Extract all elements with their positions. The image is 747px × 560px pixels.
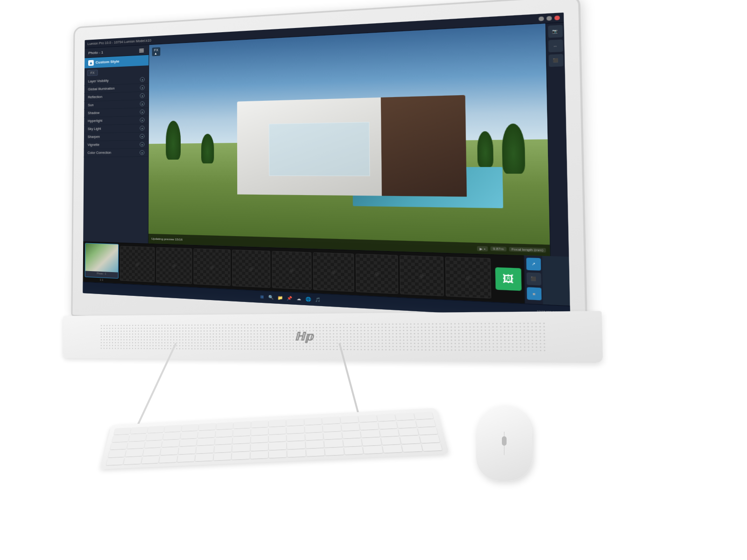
keyboard-key[interactable]: [269, 434, 286, 442]
keyboard-key[interactable]: [344, 447, 363, 455]
keyboard-key[interactable]: [162, 440, 180, 447]
keyboard-key[interactable]: [114, 427, 131, 435]
keyboard-key[interactable]: [112, 435, 130, 442]
keyboard-key[interactable]: [417, 427, 437, 435]
keyboard-key[interactable]: [213, 452, 231, 460]
keyboard-key[interactable]: [233, 428, 250, 436]
keyboard-key[interactable]: [363, 446, 383, 454]
setting-color-correction[interactable]: Color Correction ●: [84, 148, 148, 157]
mouse-scroll-wheel[interactable]: [502, 436, 507, 446]
keyboard-key[interactable]: [419, 435, 440, 443]
taskbar-search-icon[interactable]: 🔍: [268, 294, 275, 301]
keyboard-key[interactable]: [414, 412, 433, 420]
keyboard-key[interactable]: [287, 419, 304, 426]
taskbar-pin-icon[interactable]: 📌: [286, 294, 294, 302]
keyboard-key[interactable]: [304, 418, 322, 425]
keyboard-key[interactable]: [180, 431, 197, 439]
keyboard-key[interactable]: [422, 443, 442, 451]
keyboard-key[interactable]: [251, 443, 268, 451]
close-btn[interactable]: [555, 15, 560, 20]
keyboard-key[interactable]: [161, 447, 178, 455]
keyboard-key[interactable]: [214, 445, 232, 453]
keyboard-key[interactable]: [377, 414, 396, 421]
keyboard-key[interactable]: [182, 424, 199, 432]
taskbar-folder-icon[interactable]: 📁: [276, 294, 284, 301]
taskbar-cloud-icon[interactable]: ☁: [295, 295, 303, 303]
keyboard-key[interactable]: [126, 449, 143, 457]
keyboard-key[interactable]: [269, 450, 287, 458]
keyboard-key[interactable]: [306, 448, 325, 456]
keyboard-key[interactable]: [251, 428, 268, 435]
viewport[interactable]: FX▲ Updating preview 15/16 ▶ ▪ 9.87m Foc…: [148, 24, 550, 256]
keyboard-key[interactable]: [324, 432, 342, 440]
keyboard-key[interactable]: [233, 421, 250, 429]
filmstrip-rt-1[interactable]: ↗: [526, 258, 541, 271]
filmstrip-placeholder-2[interactable]: ⊕: [156, 247, 192, 284]
keyboard-key[interactable]: [178, 446, 196, 454]
keyboard-key[interactable]: [269, 420, 286, 427]
keyboard-key[interactable]: [179, 439, 197, 446]
keyboard-key[interactable]: [362, 438, 381, 446]
keyboard-key[interactable]: [402, 444, 423, 452]
keyboard-key[interactable]: [323, 424, 341, 432]
keyboard-key[interactable]: [305, 433, 324, 441]
keyboard-key[interactable]: [287, 426, 304, 434]
keyboard-key[interactable]: [143, 448, 161, 456]
keyboard-key[interactable]: [148, 426, 165, 433]
keyboard-key[interactable]: [141, 456, 160, 464]
filmstrip-placeholder-3[interactable]: ⊕: [193, 248, 230, 286]
keyboard-key[interactable]: [197, 438, 214, 445]
keyboard-key[interactable]: [359, 422, 378, 430]
fx-button[interactable]: FX: [87, 70, 98, 76]
keyboard-key[interactable]: [233, 436, 250, 444]
keyboard-key[interactable]: [146, 433, 163, 441]
taskbar-music-icon[interactable]: 🎵: [314, 296, 322, 304]
filmstrip-placeholder-7[interactable]: ⊕: [356, 254, 398, 294]
keyboard[interactable]: // Generate key elements const keysConta…: [100, 408, 449, 469]
minimize-btn[interactable]: [539, 16, 544, 21]
keyboard-key[interactable]: [124, 456, 142, 464]
filmstrip-placeholder-8[interactable]: ⊕: [400, 255, 444, 296]
keyboard-key[interactable]: [198, 430, 215, 438]
taskbar-browser-icon[interactable]: 🌐: [304, 295, 312, 303]
keyboard-key[interactable]: [129, 434, 147, 441]
keyboard-key[interactable]: [199, 423, 216, 431]
keyboard-key[interactable]: [325, 447, 344, 455]
right-tool-2[interactable]: ↔: [548, 40, 563, 53]
taskbar-windows-icon[interactable]: ⊞: [258, 293, 266, 301]
setting-vignette[interactable]: Vignette ●: [84, 140, 148, 149]
filmstrip-placeholder-1[interactable]: ⊕: [120, 246, 155, 282]
keyboard-key[interactable]: [287, 434, 305, 441]
keyboard-key[interactable]: [340, 416, 359, 423]
keyboard-key[interactable]: [269, 442, 287, 450]
filmstrip-rt-3[interactable]: ■: [527, 287, 542, 300]
keyboard-key[interactable]: [159, 455, 177, 463]
keyboard-key[interactable]: [395, 413, 415, 420]
keyboard-key[interactable]: [216, 422, 233, 430]
filmstrip-placeholder-6[interactable]: ⊕: [313, 252, 354, 292]
keyboard-key[interactable]: [215, 429, 233, 437]
filmstrip-placeholder-4[interactable]: ⊕: [232, 250, 270, 288]
keyboard-key[interactable]: [164, 425, 182, 433]
keyboard-key[interactable]: [232, 452, 249, 460]
status-pill-1[interactable]: ▶ ▪: [477, 246, 488, 251]
keyboard-key[interactable]: [163, 432, 180, 440]
keyboard-key[interactable]: [305, 425, 323, 433]
keyboard-key[interactable]: [398, 428, 418, 436]
keyboard-key[interactable]: [215, 437, 232, 444]
keyboard-key[interactable]: [397, 420, 416, 428]
keyboard-key[interactable]: [108, 449, 127, 457]
keyboard-key[interactable]: [416, 420, 436, 427]
setting-sky-light[interactable]: Sky Light ●: [84, 124, 148, 133]
add-photo-button[interactable]: 🖼: [495, 267, 522, 291]
keyboard-key[interactable]: [269, 427, 286, 434]
fx-overlay-btn[interactable]: FX▲: [152, 47, 161, 56]
keyboard-key[interactable]: [322, 417, 340, 424]
setting-sharpen[interactable]: Sharpen ●: [84, 132, 148, 141]
keyboard-key[interactable]: [324, 439, 343, 447]
filmstrip-placeholder-5[interactable]: ⊕: [272, 251, 311, 290]
keyboard-key[interactable]: [251, 420, 268, 428]
right-tool-3[interactable]: ⬛: [548, 54, 563, 67]
keyboard-key[interactable]: [342, 431, 361, 439]
maximize-btn[interactable]: [547, 16, 552, 21]
